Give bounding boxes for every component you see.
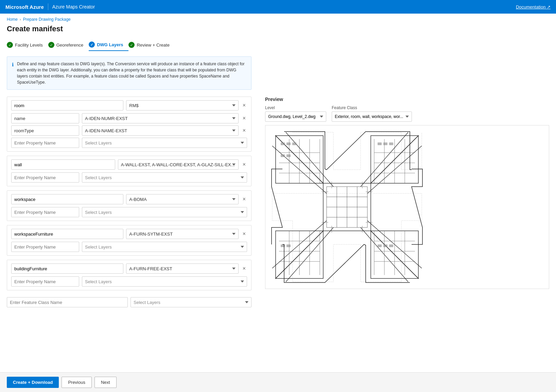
- feature-group-buildingfurniture: A-FURN-FREE-EXST × Select Layers: [7, 260, 251, 290]
- feature-group-room: RM$ × A-IDEN-NUMR-EXST × A-IDEN-NAME: [7, 97, 251, 152]
- svg-rect-65: [286, 154, 291, 157]
- new-class-row: Select Layers: [7, 294, 251, 310]
- layer-select-empty-wall[interactable]: Select Layers: [82, 172, 247, 183]
- feature-class-input-workspacefurniture[interactable]: [11, 229, 123, 239]
- layer-select-buildingfurniture[interactable]: A-FURN-FREE-EXST: [126, 263, 238, 274]
- layer-select-room[interactable]: RM$: [126, 100, 238, 110]
- brand-label: Microsoft Azure: [5, 4, 44, 10]
- feature-class-control-group: Feature Class Exterior, room, wall, work…: [332, 105, 412, 122]
- form-area: RM$ × A-IDEN-NUMR-EXST × A-IDEN-NAME: [7, 97, 251, 310]
- info-box: ℹ Define and map feature classes to DWG …: [7, 56, 251, 90]
- property-name-input-empty-wall[interactable]: [11, 172, 79, 183]
- property-row-empty-room: Select Layers: [11, 138, 247, 148]
- property-row-empty-buildingfurniture: Select Layers: [11, 276, 247, 287]
- svg-rect-71: [378, 244, 382, 247]
- feature-class-input-room[interactable]: [11, 100, 123, 110]
- svg-rect-72: [383, 244, 387, 247]
- layer-select-name[interactable]: A-IDEN-NUMR-EXST: [82, 113, 239, 123]
- feature-class-input-workspace[interactable]: [11, 194, 123, 204]
- step-label-review-create: Review + Create: [137, 42, 169, 48]
- step-check-review-create: ✓: [128, 42, 135, 48]
- app-name-label: Azure Maps Creator: [52, 4, 95, 10]
- step-check-georeference: ✓: [48, 42, 54, 48]
- remove-wall-button[interactable]: ×: [241, 162, 247, 167]
- feature-class-input-buildingfurniture[interactable]: [11, 263, 123, 274]
- documentation-link[interactable]: Documentation ↗: [516, 4, 551, 10]
- level-select[interactable]: Ground.dwg, Level_2.dwg: [265, 112, 326, 122]
- step-check-facility-levels: ✓: [7, 42, 13, 48]
- layer-select-wall[interactable]: A-WALL-EXST, A-WALL-CORE-EXST, A-GLAZ-SI…: [118, 159, 239, 170]
- remove-buildingfurniture-button[interactable]: ×: [241, 266, 247, 271]
- remove-workspacefurniture-button[interactable]: ×: [241, 231, 247, 237]
- svg-rect-64: [281, 154, 285, 157]
- preview-controls: Level Ground.dwg, Level_2.dwg Feature Cl…: [265, 105, 549, 122]
- layer-select-workspace[interactable]: A-BOMA: [126, 194, 238, 204]
- breadcrumb: Home › Prepare Drawing Package: [0, 14, 556, 23]
- property-row-name: A-IDEN-NUMR-EXST ×: [11, 113, 247, 123]
- property-name-input-empty-workspace[interactable]: [11, 207, 79, 217]
- preview-area: Preview Level Ground.dwg, Level_2.dwg Fe…: [251, 97, 549, 310]
- remove-workspace-button[interactable]: ×: [241, 197, 247, 202]
- svg-rect-67: [383, 142, 387, 145]
- step-georeference[interactable]: ✓ Georeference: [48, 39, 89, 51]
- info-text: Define and map feature classes to DWG la…: [17, 61, 246, 85]
- feature-group-workspacefurniture: A-FURN-SYTM-EXST × Select Layers: [7, 225, 251, 256]
- svg-rect-68: [389, 142, 393, 145]
- property-row-empty-workspacefurniture: Select Layers: [11, 242, 247, 252]
- step-label-facility-levels: Facility Levels: [15, 42, 43, 48]
- property-name-input-empty-workspacefurniture[interactable]: [11, 242, 79, 252]
- breadcrumb-current: Prepare Drawing Package: [23, 17, 71, 22]
- property-name-input-name[interactable]: [11, 113, 79, 123]
- layer-select-roomtype[interactable]: A-IDEN-NAME-EXST: [82, 125, 239, 136]
- property-row-roomtype: A-IDEN-NAME-EXST ×: [11, 125, 247, 136]
- layer-select-empty-workspace[interactable]: Select Layers: [82, 207, 247, 217]
- property-name-input-empty-room[interactable]: [11, 138, 79, 148]
- layer-select-empty-workspacefurniture[interactable]: Select Layers: [82, 242, 247, 252]
- feature-group-workspacefurniture-header: A-FURN-SYTM-EXST ×: [11, 229, 247, 239]
- new-feature-class-input[interactable]: [7, 297, 128, 307]
- info-icon: ℹ: [12, 61, 14, 85]
- step-dwg-layers[interactable]: ✓ DWG Layers: [89, 39, 128, 51]
- layer-select-workspacefurniture[interactable]: A-FURN-SYTM-EXST: [126, 229, 238, 239]
- step-check-dwg-layers: ✓: [89, 41, 95, 48]
- floor-plan: [265, 125, 549, 289]
- feature-group-wall: A-WALL-EXST, A-WALL-CORE-EXST, A-GLAZ-SI…: [7, 156, 251, 186]
- svg-rect-73: [389, 244, 393, 247]
- remove-property-roomtype-button[interactable]: ×: [241, 128, 247, 133]
- layer-select-empty-buildingfurniture[interactable]: Select Layers: [82, 276, 247, 287]
- topbar-divider: [48, 3, 48, 10]
- breadcrumb-home[interactable]: Home: [7, 17, 18, 22]
- main-layout: RM$ × A-IDEN-NUMR-EXST × A-IDEN-NAME: [0, 97, 556, 310]
- property-name-input-roomtype[interactable]: [11, 125, 79, 136]
- topbar: Microsoft Azure Azure Maps Creator Docum…: [0, 0, 556, 14]
- layer-select-empty-room[interactable]: Select Layers: [82, 138, 247, 148]
- svg-rect-66: [378, 142, 382, 145]
- feature-group-workspace: A-BOMA × Select Layers: [7, 190, 251, 221]
- level-control-group: Level Ground.dwg, Level_2.dwg: [265, 105, 326, 122]
- step-label-dwg-layers: DWG Layers: [97, 42, 123, 47]
- feature-group-wall-header: A-WALL-EXST, A-WALL-CORE-EXST, A-GLAZ-SI…: [11, 159, 247, 170]
- feature-group-workspace-header: A-BOMA ×: [11, 194, 247, 204]
- feature-class-label: Feature Class: [332, 105, 412, 110]
- feature-group-buildingfurniture-header: A-FURN-FREE-EXST ×: [11, 263, 247, 274]
- step-label-georeference: Georeference: [56, 42, 84, 48]
- property-name-input-empty-buildingfurniture[interactable]: [11, 276, 79, 287]
- preview-title: Preview: [265, 97, 549, 102]
- breadcrumb-separator: ›: [20, 17, 21, 21]
- property-row-empty-wall: Select Layers: [11, 172, 247, 183]
- svg-rect-61: [281, 142, 285, 145]
- svg-rect-62: [286, 142, 291, 145]
- feature-class-input-wall[interactable]: [11, 159, 115, 170]
- step-facility-levels[interactable]: ✓ Facility Levels: [7, 39, 48, 51]
- new-feature-class-layers[interactable]: Select Layers: [131, 297, 251, 307]
- remove-property-name-button[interactable]: ×: [241, 116, 247, 121]
- page-title: Create manifest: [0, 23, 556, 39]
- property-row-empty-workspace: Select Layers: [11, 207, 247, 217]
- svg-rect-70: [286, 244, 291, 247]
- remove-room-button[interactable]: ×: [241, 103, 247, 108]
- wizard-steps: ✓ Facility Levels ✓ Georeference ✓ DWG L…: [0, 39, 556, 56]
- svg-rect-63: [292, 142, 296, 145]
- step-review-create[interactable]: ✓ Review + Create: [128, 39, 175, 51]
- feature-class-select[interactable]: Exterior, room, wall, workspace, wor...: [332, 112, 412, 122]
- level-label: Level: [265, 105, 326, 110]
